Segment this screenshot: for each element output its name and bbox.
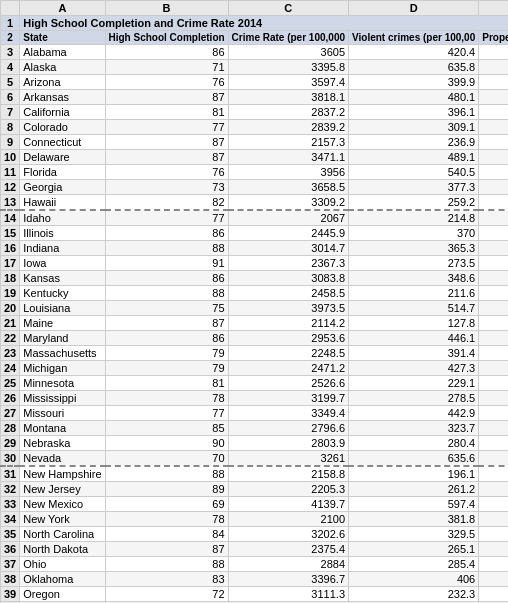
- violent-crimes: 365.3: [349, 241, 479, 256]
- col-header-e: E: [479, 1, 508, 16]
- hs-completion: 87: [105, 90, 228, 105]
- violent-crimes: 259.2: [349, 195, 479, 211]
- row-num: 18: [1, 271, 20, 286]
- hs-completion: 78: [105, 391, 228, 406]
- table-row: 35 North Carolina 84 3202.6 329.5 2873.1: [1, 527, 509, 542]
- state-name: Oklahoma: [20, 572, 105, 587]
- violent-crimes: 406: [349, 572, 479, 587]
- table-row: 29 Nebraska 90 2803.9 280.4 2523.5: [1, 436, 509, 451]
- hs-completion: 86: [105, 331, 228, 346]
- property-crimes: 3281.2: [479, 180, 508, 195]
- row-num: 3: [1, 45, 20, 60]
- violent-crimes: 285.4: [349, 557, 479, 572]
- property-crimes: 2879: [479, 587, 508, 602]
- hs-completion: 87: [105, 316, 228, 331]
- property-crimes: 2649.4: [479, 241, 508, 256]
- violent-crimes: 229.1: [349, 376, 479, 391]
- crime-rate: 2471.2: [228, 361, 348, 376]
- col-b-header: High School Completion: [105, 31, 228, 45]
- table-row: 36 North Dakota 87 2375.4 265.1 2110.3: [1, 542, 509, 557]
- crime-rate: 2205.3: [228, 482, 348, 497]
- hs-completion: 89: [105, 482, 228, 497]
- row-num: 13: [1, 195, 20, 211]
- state-name: Florida: [20, 165, 105, 180]
- hs-completion: 78: [105, 512, 228, 527]
- table-row: 33 New Mexico 69 4139.7 597.4 3542.3: [1, 497, 509, 512]
- crime-rate: 2884: [228, 557, 348, 572]
- table-row: 23 Massachusetts 79 2248.5 391.4 1857.1: [1, 346, 509, 361]
- row-num: 16: [1, 241, 20, 256]
- crime-rate: 3956: [228, 165, 348, 180]
- col-header-a: A: [20, 1, 105, 16]
- table-row: 38 Oklahoma 83 3396.7 406 2990.7: [1, 572, 509, 587]
- crime-rate: 3202.6: [228, 527, 348, 542]
- row-num: 27: [1, 406, 20, 421]
- crime-rate: 3111.3: [228, 587, 348, 602]
- table-row: 32 New Jersey 89 2205.3 261.2 1734.8: [1, 482, 509, 497]
- row-num: 24: [1, 361, 20, 376]
- table-row: 13 Hawaii 82 3309.2 259.2 3050: [1, 195, 509, 211]
- crime-rate: 2796.6: [228, 421, 348, 436]
- violent-crimes: 420.4: [349, 45, 479, 60]
- state-name: Delaware: [20, 150, 105, 165]
- state-name: Connecticut: [20, 135, 105, 150]
- spreadsheet: A B C D E 1 High School Completion and C…: [0, 0, 508, 603]
- row-num: 31: [1, 466, 20, 482]
- row-num: 10: [1, 150, 20, 165]
- violent-crimes: 480.1: [349, 90, 479, 105]
- violent-crimes: 232.3: [349, 587, 479, 602]
- hs-completion: 82: [105, 195, 228, 211]
- table-row: 39 Oregon 72 3111.3 232.3 2879: [1, 587, 509, 602]
- table-row: 31 New Hampshire 88 2158.8 196.1 1962.7: [1, 466, 509, 482]
- row-num: 23: [1, 346, 20, 361]
- state-name: Arkansas: [20, 90, 105, 105]
- crime-rate: 2067: [228, 210, 348, 226]
- property-crimes: 3415.5: [479, 165, 508, 180]
- state-name: California: [20, 105, 105, 120]
- crime-rate: 3014.7: [228, 241, 348, 256]
- hs-completion: 85: [105, 421, 228, 436]
- table-row: 22 Maryland 86 2953.6 446.1 2507.5: [1, 331, 509, 346]
- table-row: 37 Ohio 88 2884 285.4 2799.1: [1, 557, 509, 572]
- property-crimes: 2982: [479, 150, 508, 165]
- violent-crimes: 236.9: [349, 135, 479, 150]
- row-num: 11: [1, 165, 20, 180]
- state-name: North Dakota: [20, 542, 105, 557]
- property-crimes: 2990.7: [479, 572, 508, 587]
- hs-completion: 81: [105, 105, 228, 120]
- violent-crimes: 514.7: [349, 301, 479, 316]
- crime-rate: 2158.8: [228, 466, 348, 482]
- property-crimes: 2075.9: [479, 226, 508, 241]
- row-num: 5: [1, 75, 20, 90]
- col-header-d: D: [349, 1, 479, 16]
- state-name: Missouri: [20, 406, 105, 421]
- hs-completion: 86: [105, 45, 228, 60]
- violent-crimes: 597.4: [349, 497, 479, 512]
- violent-crimes: 214.8: [349, 210, 479, 226]
- violent-crimes: 280.4: [349, 436, 479, 451]
- property-crimes: 2093.8: [479, 256, 508, 271]
- hs-completion: 86: [105, 226, 228, 241]
- property-crimes: 2441.1: [479, 105, 508, 120]
- violent-crimes: 273.5: [349, 256, 479, 271]
- property-crimes: 1718.2: [479, 512, 508, 527]
- state-name: Hawaii: [20, 195, 105, 211]
- property-crimes: 3050: [479, 195, 508, 211]
- state-name: North Carolina: [20, 527, 105, 542]
- property-crimes: 2873.1: [479, 527, 508, 542]
- row-num: 37: [1, 557, 20, 572]
- table-row: 8 Colorado 77 2839.2 309.1 2530.1: [1, 120, 509, 135]
- row-num: 19: [1, 286, 20, 301]
- crime-rate: 2367.3: [228, 256, 348, 271]
- state-name: Alaska: [20, 60, 105, 75]
- crime-rate: 3309.2: [228, 195, 348, 211]
- violent-crimes: 427.3: [349, 361, 479, 376]
- violent-crimes: 399.9: [349, 75, 479, 90]
- row-num: 6: [1, 90, 20, 105]
- hs-completion: 79: [105, 346, 228, 361]
- hs-completion: 69: [105, 497, 228, 512]
- violent-crimes: 377.3: [349, 180, 479, 195]
- property-crimes: 1986.4: [479, 316, 508, 331]
- state-name: Alabama: [20, 45, 105, 60]
- title-cell: High School Completion and Crime Rate 20…: [20, 16, 508, 31]
